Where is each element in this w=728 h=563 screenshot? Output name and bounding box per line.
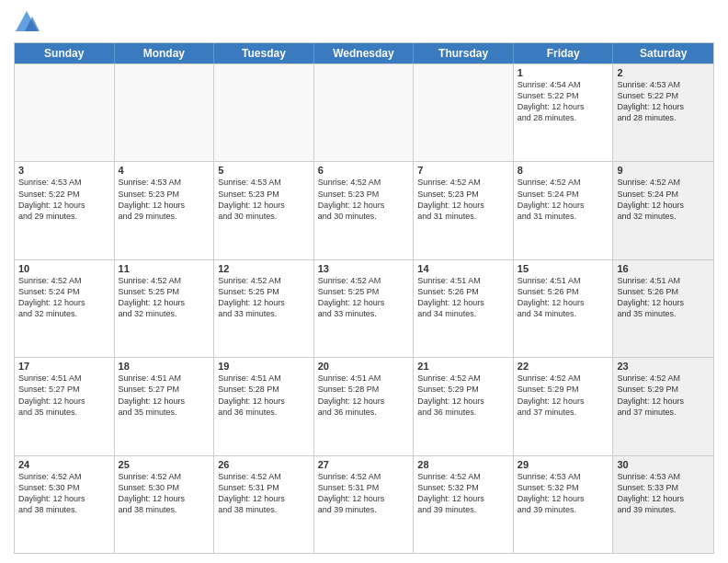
weekday-header-sunday: Sunday	[15, 43, 115, 63]
cal-cell-4-5: 29Sunrise: 4:53 AM Sunset: 5:32 PM Dayli…	[514, 456, 614, 553]
cal-cell-0-3	[314, 64, 415, 161]
calendar-header: SundayMondayTuesdayWednesdayThursdayFrid…	[15, 43, 713, 63]
day-number: 27	[318, 459, 410, 470]
cal-cell-2-3: 13Sunrise: 4:52 AM Sunset: 5:25 PM Dayli…	[314, 260, 415, 357]
cal-row-4: 24Sunrise: 4:52 AM Sunset: 5:30 PM Dayli…	[15, 455, 713, 553]
cal-cell-3-3: 20Sunrise: 4:51 AM Sunset: 5:28 PM Dayli…	[314, 358, 415, 454]
day-number: 8	[518, 165, 609, 176]
page: SundayMondayTuesdayWednesdayThursdayFrid…	[0, 0, 728, 563]
logo-icon	[14, 9, 40, 35]
cal-cell-2-1: 11Sunrise: 4:52 AM Sunset: 5:25 PM Dayli…	[115, 260, 215, 357]
day-info: Sunrise: 4:52 AM Sunset: 5:31 PM Dayligh…	[218, 471, 310, 516]
cal-cell-3-4: 21Sunrise: 4:52 AM Sunset: 5:29 PM Dayli…	[414, 358, 514, 454]
day-info: Sunrise: 4:53 AM Sunset: 5:33 PM Dayligh…	[617, 471, 710, 516]
day-number: 16	[617, 263, 710, 274]
day-number: 5	[218, 165, 310, 176]
day-number: 10	[18, 263, 110, 274]
day-number: 13	[318, 263, 410, 274]
day-info: Sunrise: 4:51 AM Sunset: 5:26 PM Dayligh…	[417, 275, 509, 320]
cal-cell-2-2: 12Sunrise: 4:52 AM Sunset: 5:25 PM Dayli…	[214, 260, 314, 357]
day-info: Sunrise: 4:52 AM Sunset: 5:29 PM Dayligh…	[518, 373, 609, 418]
day-info: Sunrise: 4:53 AM Sunset: 5:22 PM Dayligh…	[617, 79, 710, 124]
day-number: 23	[617, 361, 710, 372]
day-info: Sunrise: 4:53 AM Sunset: 5:22 PM Dayligh…	[18, 177, 110, 222]
day-number: 24	[18, 459, 110, 470]
day-number: 7	[417, 165, 509, 176]
day-number: 6	[318, 165, 410, 176]
day-number: 18	[119, 361, 210, 372]
cal-cell-4-1: 25Sunrise: 4:52 AM Sunset: 5:30 PM Dayli…	[115, 456, 215, 553]
day-info: Sunrise: 4:52 AM Sunset: 5:29 PM Dayligh…	[617, 373, 710, 418]
day-number: 29	[518, 459, 609, 470]
day-number: 4	[119, 165, 210, 176]
weekday-header-monday: Monday	[115, 43, 215, 63]
cal-cell-3-6: 23Sunrise: 4:52 AM Sunset: 5:29 PM Dayli…	[613, 358, 713, 454]
cal-cell-2-5: 15Sunrise: 4:51 AM Sunset: 5:26 PM Dayli…	[514, 260, 614, 357]
weekday-header-friday: Friday	[514, 43, 614, 63]
day-number: 22	[518, 361, 609, 372]
cal-cell-3-0: 17Sunrise: 4:51 AM Sunset: 5:27 PM Dayli…	[15, 358, 115, 454]
cal-cell-2-0: 10Sunrise: 4:52 AM Sunset: 5:24 PM Dayli…	[15, 260, 115, 357]
day-info: Sunrise: 4:52 AM Sunset: 5:25 PM Dayligh…	[119, 275, 210, 320]
day-info: Sunrise: 4:52 AM Sunset: 5:32 PM Dayligh…	[417, 471, 509, 516]
day-info: Sunrise: 4:52 AM Sunset: 5:30 PM Dayligh…	[119, 471, 210, 516]
day-number: 2	[617, 67, 710, 78]
day-info: Sunrise: 4:52 AM Sunset: 5:24 PM Dayligh…	[18, 275, 110, 320]
day-info: Sunrise: 4:52 AM Sunset: 5:31 PM Dayligh…	[318, 471, 410, 516]
day-info: Sunrise: 4:52 AM Sunset: 5:25 PM Dayligh…	[218, 275, 310, 320]
calendar-body: 1Sunrise: 4:54 AM Sunset: 5:22 PM Daylig…	[15, 63, 713, 553]
weekday-header-thursday: Thursday	[414, 43, 514, 63]
day-number: 30	[617, 459, 710, 470]
day-number: 12	[218, 263, 310, 274]
day-info: Sunrise: 4:53 AM Sunset: 5:23 PM Dayligh…	[119, 177, 210, 222]
cal-cell-3-5: 22Sunrise: 4:52 AM Sunset: 5:29 PM Dayli…	[514, 358, 614, 454]
cal-cell-0-1	[115, 64, 215, 161]
cal-cell-1-2: 5Sunrise: 4:53 AM Sunset: 5:23 PM Daylig…	[214, 162, 314, 259]
day-info: Sunrise: 4:52 AM Sunset: 5:23 PM Dayligh…	[318, 177, 410, 222]
cal-cell-1-5: 8Sunrise: 4:52 AM Sunset: 5:24 PM Daylig…	[514, 162, 614, 259]
cal-cell-0-6: 2Sunrise: 4:53 AM Sunset: 5:22 PM Daylig…	[613, 64, 713, 161]
cal-cell-4-2: 26Sunrise: 4:52 AM Sunset: 5:31 PM Dayli…	[214, 456, 314, 553]
cal-cell-1-1: 4Sunrise: 4:53 AM Sunset: 5:23 PM Daylig…	[115, 162, 215, 259]
cal-cell-3-1: 18Sunrise: 4:51 AM Sunset: 5:27 PM Dayli…	[115, 358, 215, 454]
logo	[14, 9, 43, 35]
day-info: Sunrise: 4:51 AM Sunset: 5:26 PM Dayligh…	[617, 275, 710, 320]
cal-cell-1-4: 7Sunrise: 4:52 AM Sunset: 5:23 PM Daylig…	[414, 162, 514, 259]
day-number: 20	[318, 361, 410, 372]
weekday-header-wednesday: Wednesday	[314, 43, 415, 63]
cal-cell-1-0: 3Sunrise: 4:53 AM Sunset: 5:22 PM Daylig…	[15, 162, 115, 259]
day-info: Sunrise: 4:52 AM Sunset: 5:23 PM Dayligh…	[417, 177, 509, 222]
day-number: 3	[18, 165, 110, 176]
day-info: Sunrise: 4:52 AM Sunset: 5:24 PM Dayligh…	[518, 177, 609, 222]
day-number: 28	[417, 459, 509, 470]
weekday-header-tuesday: Tuesday	[214, 43, 314, 63]
day-number: 11	[119, 263, 210, 274]
day-number: 19	[218, 361, 310, 372]
calendar: SundayMondayTuesdayWednesdayThursdayFrid…	[14, 42, 714, 554]
day-info: Sunrise: 4:51 AM Sunset: 5:28 PM Dayligh…	[318, 373, 410, 418]
day-info: Sunrise: 4:51 AM Sunset: 5:26 PM Dayligh…	[518, 275, 609, 320]
cal-row-0: 1Sunrise: 4:54 AM Sunset: 5:22 PM Daylig…	[15, 63, 713, 161]
day-info: Sunrise: 4:51 AM Sunset: 5:28 PM Dayligh…	[218, 373, 310, 418]
day-info: Sunrise: 4:52 AM Sunset: 5:25 PM Dayligh…	[318, 275, 410, 320]
cal-row-2: 10Sunrise: 4:52 AM Sunset: 5:24 PM Dayli…	[15, 259, 713, 357]
weekday-header-saturday: Saturday	[613, 43, 713, 63]
cal-cell-2-4: 14Sunrise: 4:51 AM Sunset: 5:26 PM Dayli…	[414, 260, 514, 357]
cal-cell-1-3: 6Sunrise: 4:52 AM Sunset: 5:23 PM Daylig…	[314, 162, 415, 259]
cal-cell-0-5: 1Sunrise: 4:54 AM Sunset: 5:22 PM Daylig…	[514, 64, 614, 161]
cal-cell-4-4: 28Sunrise: 4:52 AM Sunset: 5:32 PM Dayli…	[414, 456, 514, 553]
day-info: Sunrise: 4:52 AM Sunset: 5:29 PM Dayligh…	[417, 373, 509, 418]
cal-cell-4-6: 30Sunrise: 4:53 AM Sunset: 5:33 PM Dayli…	[613, 456, 713, 553]
cal-row-1: 3Sunrise: 4:53 AM Sunset: 5:22 PM Daylig…	[15, 161, 713, 259]
day-number: 21	[417, 361, 509, 372]
day-number: 1	[518, 67, 609, 78]
day-info: Sunrise: 4:54 AM Sunset: 5:22 PM Dayligh…	[518, 79, 609, 124]
day-number: 26	[218, 459, 310, 470]
day-number: 15	[518, 263, 609, 274]
cal-cell-0-0	[15, 64, 115, 161]
cal-cell-2-6: 16Sunrise: 4:51 AM Sunset: 5:26 PM Dayli…	[613, 260, 713, 357]
day-info: Sunrise: 4:51 AM Sunset: 5:27 PM Dayligh…	[18, 373, 110, 418]
day-info: Sunrise: 4:52 AM Sunset: 5:24 PM Dayligh…	[617, 177, 710, 222]
day-number: 17	[18, 361, 110, 372]
header	[14, 9, 714, 35]
